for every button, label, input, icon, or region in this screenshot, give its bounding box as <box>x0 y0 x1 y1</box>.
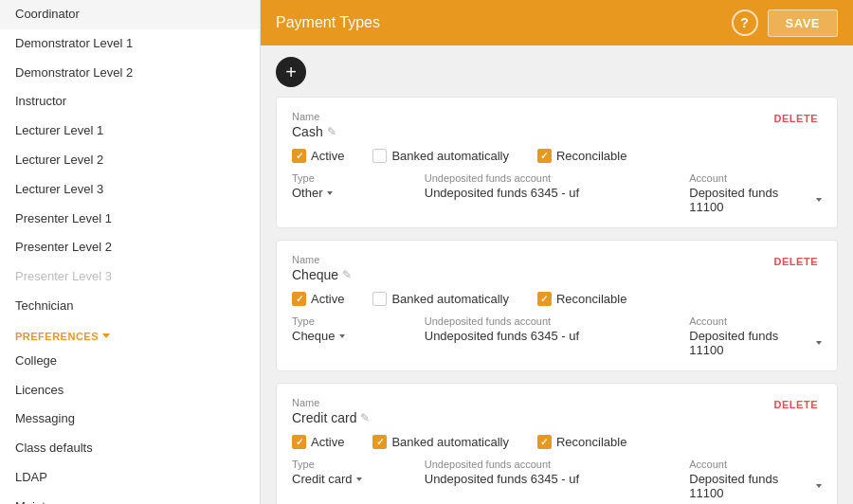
undeposited-field-cash: Undeposited funds account Undeposited fu… <box>425 172 690 201</box>
active-checkbox-box-cheque[interactable]: ✓ <box>292 292 306 306</box>
sidebar-item-technician[interactable]: Technician <box>0 292 260 321</box>
delete-button-credit-card[interactable]: DELETE <box>771 397 822 412</box>
type-text-cheque: Cheque <box>292 329 336 343</box>
reconcilable-checkbox-box-credit-card[interactable]: ✓ <box>537 435 552 449</box>
checkboxes-cash: ✓ Active Banked automatically ✓ Reconcil… <box>292 149 822 163</box>
checkmark-icon: ✓ <box>376 437 384 447</box>
banked-checkbox-box-cash[interactable] <box>372 149 387 163</box>
chevron-down-icon <box>339 334 345 338</box>
active-checkbox-box-credit-card[interactable]: ✓ <box>292 435 306 449</box>
undeposited-value-cheque[interactable]: Undeposited funds 6345 - uf <box>425 329 690 343</box>
account-text-cash: Deposited funds 11100 <box>689 186 812 214</box>
banked-label-credit-card: Banked automatically <box>391 435 509 449</box>
active-label-credit-card: Active <box>311 435 344 449</box>
type-field-credit-card: Type Credit card <box>292 459 425 486</box>
checkmark-icon: ✓ <box>296 294 303 304</box>
add-button-wrap: + <box>276 57 838 87</box>
page-header: Payment Types ? SAVE <box>261 0 853 45</box>
chevron-down-icon <box>102 333 110 338</box>
page-title: Payment Types <box>276 14 380 31</box>
name-label-credit-card: Name <box>292 397 370 408</box>
type-label-cash: Type <box>292 172 425 184</box>
account-value-cash[interactable]: Deposited funds 11100 <box>689 186 822 214</box>
account-value-credit-card[interactable]: Deposited funds 11100 <box>689 472 822 500</box>
sidebar-item-lecturer-2[interactable]: Lecturer Level 2 <box>0 146 260 175</box>
chevron-down-icon <box>816 341 822 345</box>
card-header-cash: Name Cash ✎ DELETE <box>292 111 822 139</box>
banked-checkbox-box-cheque[interactable] <box>372 292 387 306</box>
edit-icon-cheque[interactable]: ✎ <box>342 268 352 281</box>
type-label-credit-card: Type <box>292 459 425 470</box>
active-checkbox-box-cash[interactable]: ✓ <box>292 149 306 163</box>
sidebar-item-maintenance[interactable]: Maintenance <box>0 493 260 504</box>
type-value-credit-card[interactable]: Credit card <box>292 472 425 486</box>
payment-type-card-cheque: Name Cheque ✎ DELETE ✓ Active <box>276 240 838 371</box>
edit-icon-cash[interactable]: ✎ <box>327 125 336 138</box>
card-name-cheque: Cheque ✎ <box>292 267 352 282</box>
edit-icon-credit-card[interactable]: ✎ <box>360 411 370 424</box>
undeposited-label-credit-card: Undeposited funds account <box>425 459 690 470</box>
reconcilable-checkbox-cash[interactable]: ✓ Reconcilable <box>537 149 626 163</box>
type-value-cash[interactable]: Other <box>292 186 425 200</box>
preferences-label: PREFERENCES <box>15 331 99 342</box>
chevron-down-icon <box>327 191 333 195</box>
undeposited-field-credit-card: Undeposited funds account Undeposited fu… <box>425 459 690 486</box>
banked-label-cheque: Banked automatically <box>391 292 509 306</box>
sidebar-item-presenter-2[interactable]: Presenter Level 2 <box>0 233 260 262</box>
delete-button-cash[interactable]: DELETE <box>771 111 822 126</box>
type-value-cheque[interactable]: Cheque <box>292 329 425 343</box>
account-value-cheque[interactable]: Deposited funds 11100 <box>689 329 822 357</box>
reconcilable-label-cheque: Reconcilable <box>556 292 626 306</box>
active-checkbox-cheque[interactable]: ✓ Active <box>292 292 344 306</box>
banked-checkbox-cheque[interactable]: Banked automatically <box>372 292 509 306</box>
chevron-down-icon <box>356 477 362 481</box>
reconcilable-checkbox-box-cash[interactable]: ✓ <box>537 149 552 163</box>
reconcilable-checkbox-credit-card[interactable]: ✓ Reconcilable <box>537 435 626 449</box>
save-button[interactable]: SAVE <box>768 9 838 37</box>
type-text-cash: Other <box>292 186 323 200</box>
undeposited-value-credit-card[interactable]: Undeposited funds 6345 - uf <box>425 472 690 486</box>
sidebar-item-lecturer-1[interactable]: Lecturer Level 1 <box>0 117 260 146</box>
credit-card-name-text: Credit card <box>292 410 356 425</box>
name-label-cash: Name <box>292 111 336 122</box>
add-payment-type-button[interactable]: + <box>276 57 306 87</box>
undeposited-text-cash: Undeposited funds 6345 - uf <box>425 186 579 200</box>
card-name-credit-card: Credit card ✎ <box>292 410 370 425</box>
preferences-section-header[interactable]: PREFERENCES <box>0 321 260 347</box>
fields-credit-card: Type Credit card Undeposited funds accou… <box>292 459 822 500</box>
sidebar-item-coordinator[interactable]: Coordinator <box>0 0 260 29</box>
account-label-credit-card: Account <box>689 459 822 470</box>
sidebar-item-demonstrator-1[interactable]: Demonstrator Level 1 <box>0 29 260 59</box>
type-field-cheque: Type Cheque <box>292 315 425 343</box>
reconcilable-checkbox-box-cheque[interactable]: ✓ <box>537 292 552 306</box>
reconcilable-checkbox-cheque[interactable]: ✓ Reconcilable <box>537 292 626 306</box>
active-checkbox-cash[interactable]: ✓ Active <box>292 149 344 163</box>
sidebar-item-lecturer-3[interactable]: Lecturer Level 3 <box>0 175 260 205</box>
help-button[interactable]: ? <box>732 9 758 36</box>
sidebar-item-ldap[interactable]: LDAP <box>0 463 260 493</box>
sidebar-item-licences[interactable]: Licences <box>0 376 260 405</box>
chevron-down-icon <box>816 198 822 202</box>
banked-checkbox-box-credit-card[interactable]: ✓ <box>372 435 387 449</box>
sidebar-item-presenter-3: Presenter Level 3 <box>0 262 260 292</box>
banked-checkbox-credit-card[interactable]: ✓ Banked automatically <box>372 435 509 449</box>
undeposited-label-cheque: Undeposited funds account <box>425 315 690 327</box>
card-name-block-cheque: Name Cheque ✎ <box>292 254 352 282</box>
account-field-cash: Account Deposited funds 11100 <box>689 172 822 214</box>
active-checkbox-credit-card[interactable]: ✓ Active <box>292 435 344 449</box>
cheque-name-text: Cheque <box>292 267 338 282</box>
banked-checkbox-cash[interactable]: Banked automatically <box>372 149 509 163</box>
type-text-credit-card: Credit card <box>292 472 353 486</box>
sidebar-item-college[interactable]: College <box>0 347 260 376</box>
sidebar-item-instructor[interactable]: Instructor <box>0 87 260 117</box>
sidebar-item-class-defaults[interactable]: Class defaults <box>0 434 260 463</box>
sidebar-item-presenter-1[interactable]: Presenter Level 1 <box>0 205 260 234</box>
delete-button-cheque[interactable]: DELETE <box>771 254 822 269</box>
undeposited-text-cheque: Undeposited funds 6345 - uf <box>425 329 579 343</box>
fields-cheque: Type Cheque Undeposited funds account Un… <box>292 315 822 357</box>
sidebar-item-messaging[interactable]: Messaging <box>0 405 260 434</box>
undeposited-value-cash[interactable]: Undeposited funds 6345 - uf <box>425 186 690 200</box>
checkboxes-cheque: ✓ Active Banked automatically ✓ Reconcil… <box>292 292 822 306</box>
sidebar-item-demonstrator-2[interactable]: Demonstrator Level 2 <box>0 59 260 88</box>
card-header-cheque: Name Cheque ✎ DELETE <box>292 254 822 282</box>
